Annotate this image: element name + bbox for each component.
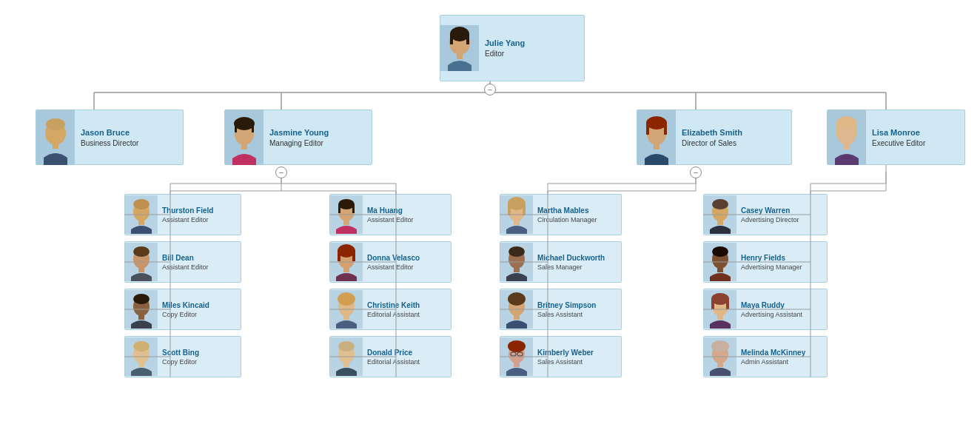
svg-rect-79 [343, 362, 349, 367]
elizabeth-title: Director of Sales [682, 139, 785, 147]
svg-rect-59 [138, 362, 144, 367]
ma-name: Ma Huang [367, 206, 414, 215]
melinda-name: Melinda McKinney [741, 349, 805, 357]
elizabeth-info: Elizabeth Smith Director of Sales [676, 125, 791, 150]
melinda-photo [704, 337, 736, 376]
node-christine: Christine Keith Editorial Assistant [329, 289, 452, 330]
svg-rect-43 [844, 144, 850, 149]
svg-rect-117 [717, 362, 723, 367]
svg-point-50 [133, 246, 150, 257]
node-kimberly: Kimberly Weber Sales Assistant [500, 336, 622, 377]
martha-title: Circulation Manager [537, 216, 597, 223]
donna-info: Donna Velasco Assistant Editor [363, 252, 424, 273]
lisa-title: Executive Editor [872, 139, 959, 147]
svg-rect-29 [235, 124, 237, 132]
node-lisa-monroe: Lisa Monroe Executive Editor [827, 110, 965, 165]
maya-info: Maya Ruddy Advertising Assistant [736, 299, 807, 320]
henry-name: Henry Fields [741, 254, 802, 262]
node-bill: Bill Dean Assistant Editor [124, 241, 241, 283]
lisa-photo [828, 110, 866, 165]
svg-rect-93 [514, 314, 520, 320]
miles-title: Copy Editor [162, 311, 209, 318]
svg-point-96 [508, 340, 526, 352]
svg-rect-103 [717, 220, 723, 225]
node-miles: Miles Kincaid Copy Editor [124, 289, 241, 330]
britney-name: Britney Simpson [537, 301, 596, 309]
scott-info: Scott Bing Copy Editor [158, 346, 204, 368]
bill-info: Bill Dean Assistant Editor [158, 252, 213, 273]
ma-info: Ma Huang Assistant Editor [363, 204, 418, 226]
node-thurston: Thurston Field Assistant Editor [124, 194, 241, 235]
scott-name: Scott Bing [162, 349, 199, 357]
elizabeth-toggle[interactable]: − [690, 166, 702, 178]
martha-photo [500, 195, 533, 234]
jason-info: Jason Bruce Business Director [75, 125, 183, 150]
svg-rect-42 [854, 123, 857, 136]
node-martha: Martha Mables Circulation Manager [500, 194, 622, 235]
svg-point-106 [712, 246, 728, 257]
svg-rect-36 [664, 123, 667, 135]
jasmine-name: Jasmine Young [269, 128, 366, 137]
root-info: Julie Yang Editor [479, 36, 584, 61]
node-jasmine-young: Jasmine Young Managing Editor [224, 110, 372, 165]
michael-info: Michael Duckworth Sales Manager [533, 252, 609, 273]
michael-photo [500, 243, 533, 281]
svg-rect-37 [654, 144, 660, 149]
bill-name: Bill Dean [162, 254, 209, 262]
node-britney: Britney Simpson Sales Assistant [500, 289, 622, 330]
svg-rect-69 [338, 251, 340, 261]
root-toggle[interactable]: − [484, 84, 496, 95]
bill-title: Assistant Editor [162, 263, 209, 271]
melinda-info: Melinda McKinney Admin Assistant [736, 346, 810, 368]
svg-rect-63 [338, 204, 340, 213]
node-maya: Maya Ruddy Advertising Assistant [703, 289, 828, 330]
svg-point-58 [133, 341, 150, 352]
scott-photo [125, 337, 158, 376]
kimberly-photo [500, 337, 533, 376]
jasmine-toggle[interactable]: − [275, 166, 287, 178]
svg-point-92 [508, 292, 526, 306]
martha-name: Martha Mables [537, 206, 597, 215]
svg-point-116 [711, 340, 729, 352]
jasmine-title: Managing Editor [269, 139, 366, 147]
ma-title: Assistant Editor [367, 216, 414, 223]
thurston-name: Thurston Field [162, 206, 213, 215]
miles-name: Miles Kincaid [162, 301, 209, 309]
svg-rect-25 [53, 144, 58, 149]
svg-point-24 [46, 118, 65, 130]
svg-rect-85 [514, 220, 520, 225]
michael-title: Sales Manager [537, 263, 605, 271]
svg-rect-99 [514, 362, 520, 367]
root-node: Julie Yang Editor [440, 15, 585, 81]
root-name: Julie Yang [485, 38, 578, 47]
scott-title: Copy Editor [162, 358, 199, 366]
node-donald: Donald Price Editorial Assistant [329, 336, 452, 377]
svg-point-54 [133, 294, 150, 304]
svg-rect-31 [241, 144, 247, 149]
svg-rect-65 [343, 220, 349, 225]
jasmine-photo [225, 110, 264, 165]
kimberly-info: Kimberly Weber Sales Assistant [533, 346, 598, 368]
kimberly-name: Kimberly Weber [537, 349, 594, 357]
svg-point-78 [338, 341, 355, 352]
christine-name: Christine Keith [367, 301, 420, 309]
svg-point-74 [338, 292, 355, 306]
miles-photo [125, 290, 158, 329]
svg-rect-83 [508, 204, 511, 215]
elizabeth-photo [637, 110, 676, 165]
jason-title: Business Director [81, 139, 177, 147]
donald-name: Donald Price [367, 349, 420, 357]
christine-info: Christine Keith Editorial Assistant [363, 299, 424, 320]
svg-rect-75 [343, 314, 349, 320]
henry-info: Henry Fields Advertising Manager [736, 252, 807, 273]
jasmine-info: Jasmine Young Managing Editor [264, 125, 372, 150]
donna-title: Assistant Editor [367, 263, 420, 271]
svg-point-28 [234, 117, 255, 130]
thurston-info: Thurston Field Assistant Editor [158, 204, 218, 226]
maya-title: Advertising Assistant [741, 311, 802, 318]
svg-rect-112 [726, 299, 729, 309]
maya-photo [704, 290, 736, 329]
svg-rect-113 [717, 314, 723, 320]
svg-rect-55 [138, 314, 144, 320]
svg-rect-35 [646, 123, 649, 135]
